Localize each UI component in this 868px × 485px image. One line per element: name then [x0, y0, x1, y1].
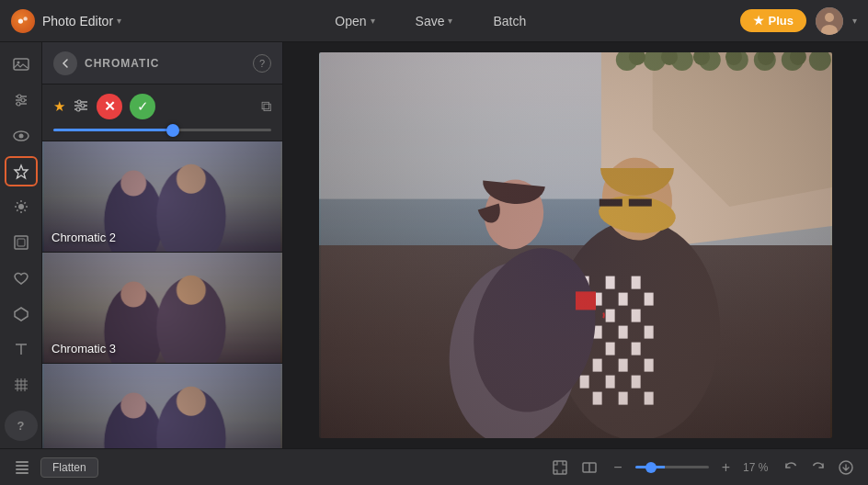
batch-button[interactable]: Batch — [487, 10, 531, 32]
filter-confirm-button[interactable]: ✓ — [130, 94, 155, 119]
svg-point-16 — [18, 204, 24, 209]
svg-point-11 — [21, 98, 25, 102]
svg-point-0 — [18, 18, 23, 23]
filter-item-top: ★ ✕ ✓ ⧉ — [53, 94, 271, 119]
zoom-percentage: 17 % — [743, 461, 772, 474]
filter-card-chromatic-2[interactable]: Chromatic 2 — [42, 141, 282, 253]
zoom-out-button[interactable]: − — [608, 457, 627, 478]
compare-icon-button[interactable] — [578, 457, 600, 479]
open-button[interactable]: Open ▾ — [329, 10, 380, 32]
svg-marker-19 — [15, 308, 28, 321]
save-label: Save — [416, 14, 445, 28]
svg-marker-15 — [15, 165, 28, 178]
plus-star: ★ — [753, 14, 764, 28]
plus-button[interactable]: ★ Plus — [740, 9, 806, 32]
batch-label: Batch — [493, 14, 526, 28]
main-area: ? CHROMATIC ? ★ ✕ ✓ ⧉ — [0, 42, 868, 448]
svg-rect-36 — [16, 461, 29, 463]
svg-rect-17 — [15, 236, 28, 249]
svg-rect-5 — [14, 59, 29, 70]
fit-screen-icon-button[interactable] — [549, 457, 571, 479]
panel-help-icon[interactable]: ? — [253, 54, 271, 73]
sidebar-icon-frame[interactable] — [5, 228, 38, 258]
undo-button[interactable] — [780, 457, 802, 479]
filter-list: Chromatic 2 Chromatic 3 Chromatic — [42, 141, 282, 448]
filter-card-chromatic-1[interactable]: Chromatic — [42, 364, 282, 448]
filter-slider-wrap — [53, 129, 271, 131]
sidebar-icon-shape[interactable] — [5, 299, 38, 329]
svg-rect-34 — [16, 465, 29, 467]
filter-card-label-chromatic-3: Chromatic 3 — [51, 342, 116, 355]
avatar[interactable] — [816, 7, 843, 35]
svg-point-10 — [17, 95, 21, 98]
filter-cancel-button[interactable]: ✕ — [97, 94, 122, 119]
open-chevron: ▾ — [371, 16, 375, 26]
sidebar-help-button[interactable]: ? — [5, 411, 38, 441]
topbar-right: ★ Plus ▾ — [740, 7, 857, 35]
avatar-chevron[interactable]: ▾ — [852, 16, 857, 26]
filter-copy-icon[interactable]: ⧉ — [261, 98, 271, 115]
svg-point-3 — [825, 13, 834, 22]
svg-rect-37 — [16, 472, 29, 474]
svg-point-14 — [18, 133, 23, 138]
bottom-right-icons — [780, 457, 857, 479]
topbar: Photo Editor ▾ Open ▾ Save ▾ Batch ★ Plu… — [0, 0, 868, 42]
sidebar-icon-view[interactable] — [5, 120, 38, 151]
left-sidebar: ? — [0, 42, 42, 448]
filter-card-chromatic-3[interactable]: Chromatic 3 — [42, 253, 282, 364]
app-title-text: Photo Editor — [42, 14, 113, 28]
svg-rect-18 — [17, 239, 25, 246]
topbar-center: Open ▾ Save ▾ Batch — [121, 10, 739, 32]
flatten-button[interactable]: Flatten — [40, 457, 98, 478]
svg-rect-38 — [554, 461, 566, 474]
svg-point-1 — [23, 17, 27, 20]
sidebar-icon-image[interactable] — [5, 50, 38, 80]
layers-icon-button[interactable] — [11, 457, 33, 479]
svg-point-32 — [81, 104, 85, 107]
save-button[interactable]: Save ▾ — [410, 10, 459, 32]
sidebar-icon-text[interactable] — [5, 334, 38, 365]
zoom-slider[interactable] — [635, 466, 709, 468]
redo-button[interactable] — [807, 457, 829, 479]
svg-point-33 — [76, 107, 80, 111]
canvas-area — [283, 42, 868, 448]
panel-title: CHROMATIC — [85, 57, 246, 70]
zoom-in-button[interactable]: + — [716, 457, 736, 478]
app-logo — [11, 9, 35, 33]
filter-card-label-chromatic-2: Chromatic 2 — [51, 231, 116, 244]
sidebar-icon-effects[interactable] — [5, 192, 38, 222]
panel-header: CHROMATIC ? — [42, 42, 282, 85]
filter-star-icon: ★ — [53, 98, 65, 115]
panel: CHROMATIC ? ★ ✕ ✓ ⧉ — [42, 42, 283, 448]
filter-sliders-icon — [73, 97, 89, 117]
sidebar-icon-heart[interactable] — [5, 264, 38, 294]
plus-label: Plus — [769, 14, 794, 28]
filter-intensity-slider[interactable] — [53, 129, 271, 131]
app-title[interactable]: Photo Editor ▾ — [42, 14, 121, 28]
export-button[interactable] — [835, 457, 857, 479]
panel-back-button[interactable] — [53, 51, 77, 75]
save-chevron: ▾ — [448, 16, 452, 26]
main-photo-canvas — [319, 52, 832, 438]
svg-point-31 — [77, 100, 81, 104]
svg-point-12 — [17, 102, 20, 106]
sidebar-icon-favorites[interactable] — [5, 156, 38, 186]
svg-rect-35 — [16, 468, 29, 470]
sidebar-icon-adjustments[interactable] — [5, 85, 38, 116]
svg-point-6 — [17, 62, 19, 64]
bottom-bar: Flatten − + 17 % — [0, 448, 868, 485]
sidebar-icon-texture[interactable] — [5, 370, 38, 400]
open-label: Open — [335, 14, 366, 28]
active-filter-item: ★ ✕ ✓ ⧉ — [42, 85, 282, 141]
